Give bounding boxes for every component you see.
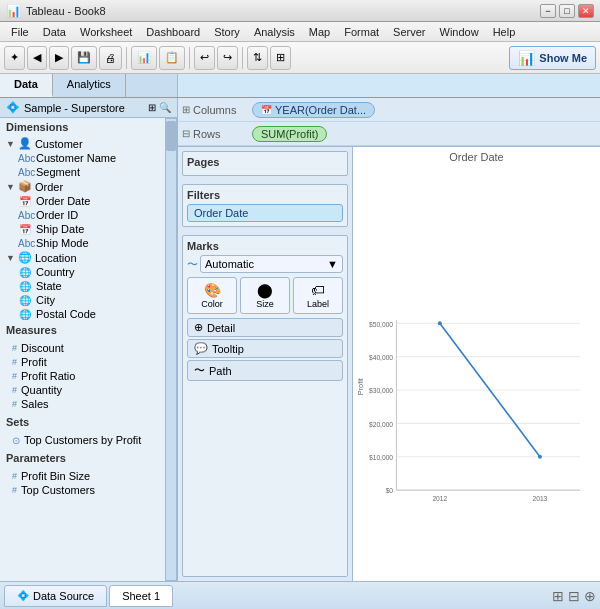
measure-sales[interactable]: # Sales	[4, 397, 161, 411]
tab-sheet1[interactable]: Sheet 1	[109, 585, 173, 607]
measure-discount-label: Discount	[21, 342, 64, 354]
y-label-0: $0	[386, 487, 394, 494]
marks-type-select[interactable]: Automatic ▼	[200, 255, 343, 273]
menu-server[interactable]: Server	[386, 24, 432, 40]
tab-analytics[interactable]: Analytics	[53, 74, 126, 97]
marks-card-title: Marks	[187, 240, 343, 252]
forward-button[interactable]: ▶	[49, 46, 69, 70]
location-group-header[interactable]: ▼ 🌐 Location	[4, 250, 161, 265]
filter-order-date[interactable]: Order Date	[187, 204, 343, 222]
measure-profit-ratio-label: Profit Ratio	[21, 370, 75, 382]
undo-button[interactable]: ↩	[194, 46, 215, 70]
dim-customer-name[interactable]: Abc Customer Name	[4, 151, 161, 165]
marks-color-button[interactable]: 🎨 Color	[187, 277, 237, 314]
hash-icon-3: #	[12, 371, 17, 381]
sheet1-tab-label: Sheet 1	[122, 590, 160, 602]
customer-group-header[interactable]: ▼ 👤 Customer	[4, 136, 161, 151]
left-panel-scrollbar[interactable]	[165, 118, 177, 581]
tab-data[interactable]: Data	[0, 74, 53, 97]
rows-pill[interactable]: SUM(Profit)	[252, 126, 327, 142]
close-button[interactable]: ✕	[578, 4, 594, 18]
menu-dashboard[interactable]: Dashboard	[139, 24, 207, 40]
minimize-button[interactable]: −	[540, 4, 556, 18]
toolbar-separator-2	[189, 47, 190, 69]
left-panel: 💠 Sample - Superstore ⊞ 🔍 Dimensions ▼ 👤	[0, 98, 178, 581]
marks-size-button[interactable]: ⬤ Size	[240, 277, 290, 314]
order-group: ▼ 📦 Order 📅 Order Date Abc Order ID	[0, 179, 165, 250]
menu-map[interactable]: Map	[302, 24, 337, 40]
menu-file[interactable]: File	[4, 24, 36, 40]
measure-quantity[interactable]: # Quantity	[4, 383, 161, 397]
marks-pills: ⊕ Detail 💬 Tooltip 〜 Path	[187, 318, 343, 381]
globe-icon-4: 🌐	[18, 309, 32, 320]
tab-data-source[interactable]: 💠 Data Source	[4, 585, 107, 607]
dim-segment[interactable]: Abc Segment	[4, 165, 161, 179]
path-icon: 〜	[194, 363, 205, 378]
dim-ship-mode[interactable]: Abc Ship Mode	[4, 236, 161, 250]
dim-postal-code[interactable]: 🌐 Postal Code	[4, 307, 161, 321]
new-dashboard-icon[interactable]: ⊟	[568, 588, 580, 604]
data-point-2012	[438, 321, 442, 325]
abc-icon-3: Abc	[18, 210, 32, 221]
marks-detail-pill[interactable]: ⊕ Detail	[187, 318, 343, 337]
calendar-icon-2: 📅	[18, 224, 32, 235]
label-icon: 🏷	[311, 282, 325, 298]
app-icon: 📊	[6, 4, 21, 18]
dim-city[interactable]: 🌐 City	[4, 293, 161, 307]
filter-button[interactable]: ⊞	[270, 46, 291, 70]
dim-ship-date[interactable]: 📅 Ship Date	[4, 222, 161, 236]
add-datasource-button[interactable]: 📋	[159, 46, 185, 70]
save-button[interactable]: 💾	[71, 46, 97, 70]
menu-analysis[interactable]: Analysis	[247, 24, 302, 40]
dim-order-id[interactable]: Abc Order ID	[4, 208, 161, 222]
marks-type-wave-icon: 〜	[187, 257, 198, 272]
set-top-customers-label: Top Customers by Profit	[24, 434, 141, 446]
dim-customer-name-label: Customer Name	[36, 152, 116, 164]
menu-help[interactable]: Help	[486, 24, 523, 40]
dim-country[interactable]: 🌐 Country	[4, 265, 161, 279]
marks-tooltip-label: Tooltip	[212, 343, 244, 355]
columns-pill[interactable]: 📅 YEAR(Order Dat...	[252, 102, 375, 118]
measure-profit[interactable]: # Profit	[4, 355, 161, 369]
print-button[interactable]: 🖨	[99, 46, 122, 70]
location-expand-icon: ▼	[6, 253, 15, 263]
menu-window[interactable]: Window	[433, 24, 486, 40]
param-profit-bin-size[interactable]: # Profit Bin Size	[4, 469, 161, 483]
globe-icon: 🌐	[18, 267, 32, 278]
filters-card: Filters Order Date	[182, 184, 348, 227]
dim-ship-mode-label: Ship Mode	[36, 237, 89, 249]
y-label-10k: $10,000	[369, 454, 393, 461]
new-story-icon[interactable]: ⊕	[584, 588, 596, 604]
dim-order-date[interactable]: 📅 Order Date	[4, 194, 161, 208]
set-top-customers[interactable]: ⊙ Top Customers by Profit	[4, 433, 161, 447]
marks-type-label: Automatic	[205, 258, 254, 270]
marks-area: Pages Filters Order Date Marks 〜 Autom	[178, 147, 353, 581]
maximize-button[interactable]: □	[559, 4, 575, 18]
search-icon[interactable]: 🔍	[159, 102, 171, 113]
new-sheet-icon[interactable]: ⊞	[552, 588, 564, 604]
order-group-icon: 📦	[18, 180, 32, 193]
dim-state[interactable]: 🌐 State	[4, 279, 161, 293]
show-me-label: Show Me	[539, 52, 587, 64]
edit-datasource-icon[interactable]: ⊞	[148, 102, 156, 113]
param-top-customers[interactable]: # Top Customers	[4, 483, 161, 497]
measure-discount[interactable]: # Discount	[4, 341, 161, 355]
menu-format[interactable]: Format	[337, 24, 386, 40]
marks-tooltip-pill[interactable]: 💬 Tooltip	[187, 339, 343, 358]
new-workbook-button[interactable]: ✦	[4, 46, 25, 70]
columns-grid-icon: ⊞	[182, 104, 190, 115]
sort-button[interactable]: ⇅	[247, 46, 268, 70]
marks-label-button[interactable]: 🏷 Label	[293, 277, 343, 314]
measure-profit-ratio[interactable]: # Profit Ratio	[4, 369, 161, 383]
marks-buttons-row: 🎨 Color ⬤ Size 🏷 Label	[187, 277, 343, 314]
order-group-header[interactable]: ▼ 📦 Order	[4, 179, 161, 194]
marks-path-pill[interactable]: 〜 Path	[187, 360, 343, 381]
connect-button[interactable]: 📊	[131, 46, 157, 70]
menu-worksheet[interactable]: Worksheet	[73, 24, 139, 40]
back-button[interactable]: ◀	[27, 46, 47, 70]
menu-data[interactable]: Data	[36, 24, 73, 40]
data-source-tab-label: Data Source	[33, 590, 94, 602]
menu-story[interactable]: Story	[207, 24, 247, 40]
redo-button[interactable]: ↪	[217, 46, 238, 70]
show-me-button[interactable]: 📊 Show Me	[509, 46, 596, 70]
